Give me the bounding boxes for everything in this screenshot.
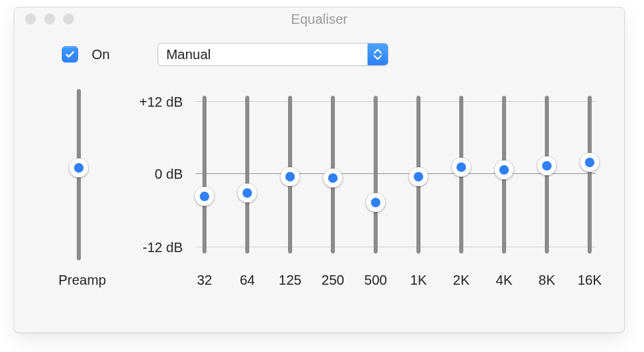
band-knob[interactable] bbox=[195, 187, 214, 206]
equaliser-window: Equaliser On Manual +12 dB 0 dB -12 dB bbox=[14, 7, 625, 333]
band-track bbox=[245, 96, 249, 253]
minimize-icon[interactable] bbox=[44, 14, 55, 24]
labels-row: Preamp 32641252505001K2K4K8K16K bbox=[35, 272, 604, 293]
chevron-down-icon bbox=[373, 54, 382, 60]
preset-select[interactable]: Manual bbox=[158, 43, 389, 66]
preamp-label: Preamp bbox=[48, 272, 116, 288]
band-label: 4K bbox=[484, 272, 524, 288]
top-row: On Manual bbox=[14, 31, 624, 66]
band-slider[interactable] bbox=[494, 96, 514, 253]
band-knob[interactable] bbox=[495, 160, 514, 179]
preamp-slider[interactable] bbox=[69, 89, 89, 260]
band-slider[interactable] bbox=[194, 96, 215, 253]
band-knob[interactable] bbox=[537, 156, 556, 175]
band-label: 32 bbox=[184, 272, 225, 288]
band-label: 16K bbox=[569, 272, 610, 288]
check-icon bbox=[65, 49, 75, 60]
band-track bbox=[202, 96, 207, 253]
scale-max-label: +12 dB bbox=[115, 94, 183, 110]
band-slider[interactable] bbox=[280, 96, 300, 253]
band-knob[interactable] bbox=[452, 158, 471, 177]
preamp-knob[interactable] bbox=[69, 158, 88, 177]
band-slider[interactable] bbox=[365, 96, 386, 253]
zoom-icon[interactable] bbox=[63, 14, 74, 24]
on-label: On bbox=[92, 47, 110, 63]
band-slider[interactable] bbox=[537, 96, 557, 253]
preset-selected-label: Manual bbox=[158, 43, 368, 65]
band-track bbox=[374, 96, 378, 253]
band-slider[interactable] bbox=[237, 96, 257, 253]
band-label: 2K bbox=[441, 272, 482, 288]
titlebar: Equaliser bbox=[14, 7, 624, 31]
window-controls bbox=[14, 14, 74, 24]
close-icon[interactable] bbox=[25, 14, 36, 24]
on-checkbox[interactable] bbox=[62, 46, 78, 63]
window-title: Equaliser bbox=[14, 12, 624, 27]
band-knob[interactable] bbox=[323, 169, 342, 188]
band-slider[interactable] bbox=[323, 96, 343, 253]
band-knob[interactable] bbox=[580, 153, 599, 172]
eq-area: +12 dB 0 dB -12 dB Preamp 32641252505001… bbox=[35, 86, 604, 317]
chevron-up-icon bbox=[373, 49, 382, 54]
scale-min-label: -12 dB bbox=[115, 240, 183, 256]
band-knob[interactable] bbox=[281, 167, 300, 186]
band-slider[interactable] bbox=[579, 96, 600, 253]
band-label: 500 bbox=[355, 272, 396, 288]
band-label: 8K bbox=[526, 272, 567, 288]
band-label: 1K bbox=[398, 272, 439, 288]
band-slider[interactable] bbox=[408, 96, 429, 253]
band-track bbox=[588, 96, 592, 253]
band-label: 250 bbox=[312, 272, 353, 288]
scale-mid-label: 0 dB bbox=[115, 166, 183, 182]
band-knob[interactable] bbox=[366, 193, 385, 212]
band-label: 64 bbox=[227, 272, 268, 288]
band-knob[interactable] bbox=[238, 183, 257, 203]
preset-stepper[interactable] bbox=[368, 43, 388, 65]
band-knob[interactable] bbox=[409, 167, 428, 186]
band-slider[interactable] bbox=[451, 96, 471, 253]
band-label: 125 bbox=[270, 272, 310, 288]
